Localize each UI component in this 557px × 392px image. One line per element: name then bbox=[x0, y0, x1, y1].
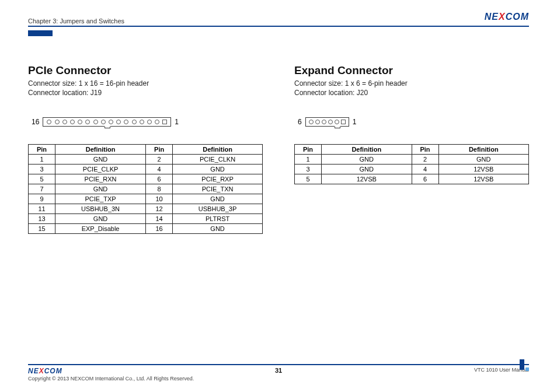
table-cell: GND bbox=[322, 164, 412, 174]
table-row: 1GND2PCIE_CLKN bbox=[29, 155, 263, 164]
pcie-label-right: 1 bbox=[171, 118, 182, 126]
th-pin: Pin bbox=[146, 145, 173, 155]
table-row: 512VSB612VSB bbox=[295, 174, 529, 184]
table-cell: 2 bbox=[146, 155, 173, 164]
table-row: 13GND14PLTRST bbox=[29, 214, 263, 224]
table-cell: 12VSB bbox=[438, 174, 529, 184]
table-row: 3PCIE_CLKP4GND bbox=[29, 164, 263, 174]
pcie-label-left: 16 bbox=[28, 118, 43, 126]
expand-section: Expand Connector Connector size: 1 x 6 =… bbox=[294, 64, 529, 234]
table-cell: 9 bbox=[29, 194, 55, 204]
pcie-section: PCIe Connector Connector size: 1 x 16 = … bbox=[28, 64, 263, 234]
expand-connector-icon bbox=[305, 117, 349, 127]
table-cell: GND bbox=[55, 184, 146, 194]
table-cell: 1 bbox=[295, 155, 322, 164]
th-pin: Pin bbox=[295, 145, 322, 155]
th-def: Definition bbox=[55, 145, 146, 155]
table-row: 15EXP_Disable16GND bbox=[29, 224, 263, 234]
table-cell: PCIE_CLKN bbox=[173, 155, 263, 164]
table-cell: USBHUB_3P bbox=[173, 204, 263, 214]
expand-pin-table: Pin Definition Pin Definition 1GND2GND3G… bbox=[294, 144, 529, 184]
table-cell: GND bbox=[55, 214, 146, 224]
expand-label-left: 6 bbox=[294, 118, 305, 126]
table-cell: PLTRST bbox=[173, 214, 263, 224]
page-footer: NEXCOM Copyright © 2013 NEXCOM Internati… bbox=[28, 364, 529, 382]
th-def: Definition bbox=[322, 145, 412, 155]
table-cell: PCIE_TXN bbox=[173, 184, 263, 194]
table-row: 7GND8PCIE_TXN bbox=[29, 184, 263, 194]
table-cell: PCIE_TXP bbox=[55, 194, 146, 204]
table-cell: 8 bbox=[146, 184, 173, 194]
pcie-connector-icon bbox=[43, 117, 171, 127]
nexcom-logo-footer: NEXCOM bbox=[28, 367, 194, 375]
table-cell: 12 bbox=[146, 204, 173, 214]
table-cell: 6 bbox=[412, 174, 438, 184]
table-cell: 14 bbox=[146, 214, 173, 224]
th-pin: Pin bbox=[412, 145, 438, 155]
table-cell: EXP_Disable bbox=[55, 224, 146, 234]
table-cell: 10 bbox=[146, 194, 173, 204]
table-cell: 12VSB bbox=[322, 174, 412, 184]
table-cell: GND bbox=[173, 224, 263, 234]
table-cell: 3 bbox=[295, 164, 322, 174]
page-number: 31 bbox=[275, 367, 282, 374]
pcie-diagram: 16 1 bbox=[28, 117, 263, 127]
expand-label-right: 1 bbox=[349, 118, 360, 126]
table-row: 5PCIE_RXN6PCIE_RXP bbox=[29, 174, 263, 184]
table-cell: 1 bbox=[29, 155, 55, 164]
table-cell: GND bbox=[438, 155, 529, 164]
table-cell: 7 bbox=[29, 184, 55, 194]
table-cell: GND bbox=[173, 194, 263, 204]
table-cell: GND bbox=[55, 155, 146, 164]
expand-diagram: 6 1 bbox=[294, 117, 529, 127]
table-cell: 13 bbox=[29, 214, 55, 224]
copyright-text: Copyright © 2013 NEXCOM International Co… bbox=[28, 376, 194, 382]
expand-title: Expand Connector bbox=[294, 64, 529, 77]
pcie-location: Connector location: J19 bbox=[28, 89, 263, 98]
table-row: 9PCIE_TXP10GND bbox=[29, 194, 263, 204]
pcie-pin-table: Pin Definition Pin Definition 1GND2PCIE_… bbox=[28, 144, 263, 234]
table-cell: 5 bbox=[295, 174, 322, 184]
expand-location: Connector location: J20 bbox=[294, 89, 529, 98]
table-cell: 4 bbox=[146, 164, 173, 174]
table-cell: 11 bbox=[29, 204, 55, 214]
table-cell: 6 bbox=[146, 174, 173, 184]
table-cell: GND bbox=[173, 164, 263, 174]
table-cell: 3 bbox=[29, 164, 55, 174]
table-cell: 12VSB bbox=[438, 164, 529, 174]
th-def: Definition bbox=[173, 145, 263, 155]
th-pin: Pin bbox=[29, 145, 55, 155]
th-def: Definition bbox=[438, 145, 529, 155]
nexcom-logo: NEXCOM bbox=[485, 12, 529, 24]
page-header: Chapter 3: Jumpers and Switches NEXCOM bbox=[28, 12, 529, 27]
table-cell: PCIE_CLKP bbox=[55, 164, 146, 174]
table-cell: 2 bbox=[412, 155, 438, 164]
table-cell: 4 bbox=[412, 164, 438, 174]
pcie-title: PCIe Connector bbox=[28, 64, 263, 77]
table-row: 11USBHUB_3N12USBHUB_3P bbox=[29, 204, 263, 214]
tab-strip bbox=[28, 28, 529, 38]
table-cell: 16 bbox=[146, 224, 173, 234]
chapter-title: Chapter 3: Jumpers and Switches bbox=[28, 18, 124, 24]
table-cell: 5 bbox=[29, 174, 55, 184]
table-row: 3GND412VSB bbox=[295, 164, 529, 174]
table-cell: GND bbox=[322, 155, 412, 164]
table-cell: PCIE_RXN bbox=[55, 174, 146, 184]
table-cell: 15 bbox=[29, 224, 55, 234]
table-row: 1GND2GND bbox=[295, 155, 529, 164]
expand-size: Connector size: 1 x 6 = 6-pin header bbox=[294, 79, 529, 89]
table-cell: PCIE_RXP bbox=[173, 174, 263, 184]
pcie-size: Connector size: 1 x 16 = 16-pin header bbox=[28, 79, 263, 89]
table-cell: USBHUB_3N bbox=[55, 204, 146, 214]
footer-decoration-icon bbox=[519, 359, 529, 371]
